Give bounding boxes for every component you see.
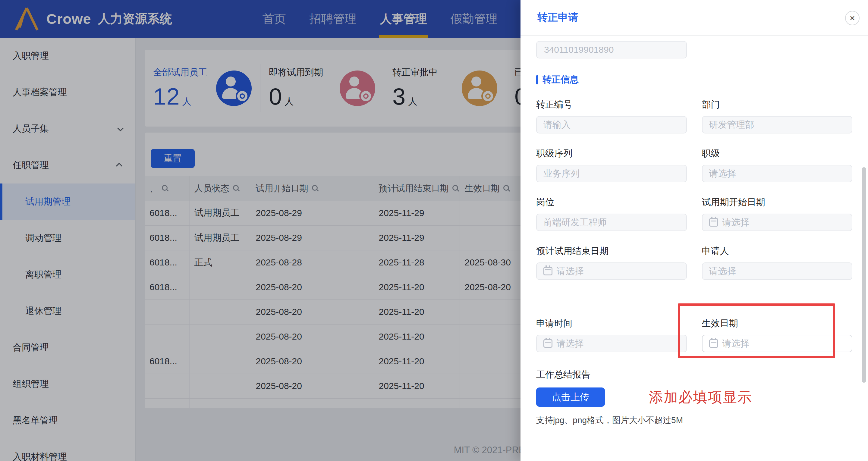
field-value: 业务序列 — [544, 167, 580, 180]
field-label: 职级 — [702, 147, 852, 160]
field-applicant: 申请人 请选择 — [702, 245, 852, 280]
field-position: 岗位 前端研发工程师 — [536, 196, 687, 231]
calendar-icon — [709, 218, 718, 226]
drawer-body: 34011019901890 转正信息 转正编号 请输入 部门 研发管理部 职级… — [521, 36, 868, 461]
upload-button[interactable]: 点击上传 — [536, 388, 605, 407]
scrollbar-thumb[interactable] — [862, 167, 866, 383]
field-label: 部门 — [702, 98, 852, 111]
field-placeholder: 请选择 — [722, 337, 749, 350]
app-screen: Crowe 人力资源系统 首页招聘管理人事管理假勤管理 入职管理 人事档案管理 … — [0, 0, 868, 461]
field-probation-start-date: 试用期开始日期 请选择 — [702, 196, 852, 231]
field-job-sequence: 职级序列 业务序列 — [536, 147, 687, 182]
department-input[interactable]: 研发管理部 — [702, 116, 852, 133]
position-input[interactable]: 前端研发工程师 — [536, 214, 687, 231]
drawer-panel: 转正申请 × 34011019901890 转正信息 转正编号 请输入 部门 研… — [521, 0, 868, 461]
field-value: 研发管理部 — [709, 119, 754, 131]
section-bar — [536, 75, 538, 84]
field-label: 预计试用结束日期 — [536, 245, 687, 257]
close-icon[interactable]: × — [845, 11, 860, 25]
job-sequence-input[interactable]: 业务序列 — [536, 165, 687, 182]
regularization-no-input[interactable]: 请输入 — [536, 116, 687, 133]
field-label: 申请人 — [702, 245, 852, 257]
field-label: 职级序列 — [536, 147, 687, 160]
field-placeholder: 请选择 — [557, 337, 584, 350]
field-placeholder: 请选择 — [557, 265, 584, 277]
field-placeholder: 请选择 — [709, 167, 736, 180]
section-title-text: 转正信息 — [542, 73, 579, 86]
field-placeholder: 请选择 — [722, 216, 749, 229]
field-effective-date: 生效日期 请选择 — [702, 317, 852, 352]
apply-time-input[interactable]: 请选择 — [536, 335, 687, 352]
id-number-value: 34011019901890 — [544, 44, 614, 55]
drawer-header: 转正申请 × — [521, 0, 868, 36]
field-regularization-no: 转正编号 请输入 — [536, 98, 687, 133]
field-value: 前端研发工程师 — [544, 216, 607, 229]
field-job-level: 职级 请选择 — [702, 147, 852, 182]
job-level-input[interactable]: 请选择 — [702, 165, 852, 182]
probation-start-date-input[interactable]: 请选择 — [702, 214, 852, 231]
id-number-field[interactable]: 34011019901890 — [536, 41, 687, 58]
applicant-input[interactable]: 请选择 — [702, 263, 852, 280]
field-placeholder: 请选择 — [709, 265, 736, 277]
upload-label: 工作总结报告 — [536, 369, 852, 381]
field-department: 部门 研发管理部 — [702, 98, 852, 133]
field-label: 岗位 — [536, 196, 687, 209]
upload-block: 工作总结报告 点击上传 添加必填项显示 支持jpg、png格式，图片大小不超过5… — [536, 369, 852, 426]
calendar-icon — [544, 267, 553, 275]
field-label: 转正编号 — [536, 98, 687, 111]
probation-end-date-input[interactable]: 请选择 — [536, 263, 687, 280]
section-title: 转正信息 — [536, 73, 852, 86]
field-probation-end-date: 预计试用结束日期 请选择 — [536, 245, 687, 280]
annotation-required-note: 添加必填项显示 — [649, 388, 752, 407]
effective-date-input[interactable]: 请选择 — [702, 335, 852, 352]
upload-hint: 支持jpg、png格式，图片大小不超过5M — [536, 414, 852, 426]
field-label: 申请时间 — [536, 317, 687, 330]
field-label: 生效日期 — [702, 317, 852, 330]
drawer-title: 转正申请 — [537, 10, 578, 24]
form-grid: 转正编号 请输入 部门 研发管理部 职级序列 业务序列 职级 请选择 — [536, 98, 852, 352]
field-apply-time: 申请时间 请选择 — [536, 317, 687, 352]
drawer-mask[interactable] — [0, 0, 521, 461]
field-label: 试用期开始日期 — [702, 196, 852, 209]
calendar-icon — [544, 339, 553, 348]
field-placeholder: 请输入 — [544, 119, 570, 131]
calendar-icon — [709, 339, 718, 348]
